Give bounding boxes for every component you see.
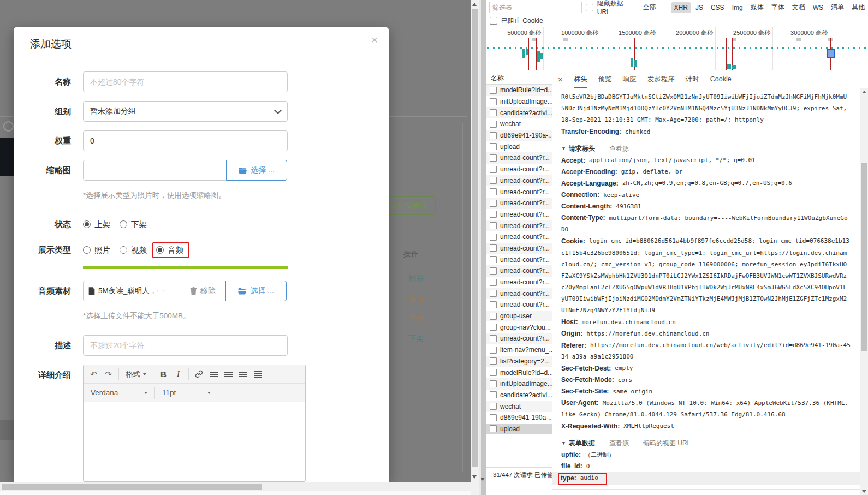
audio-remove-button[interactable]: 移除 [180,281,226,301]
detail-tab[interactable]: 计时 [686,70,699,88]
horizontal-scrollbar-thumb[interactable] [2,484,262,490]
filter-type-pill[interactable]: 其他 [848,1,868,14]
format-dropdown[interactable]: 格式 [122,367,150,381]
align-center-icon[interactable] [221,367,236,381]
filter-type-pill[interactable]: CSS [708,2,728,13]
redo-icon[interactable]: ↷ [101,367,116,381]
view-source-link[interactable]: 查看源 [609,144,629,153]
request-row[interactable]: d869e941-190a-... [486,130,552,141]
weight-input[interactable] [83,130,288,151]
detail-tab[interactable]: Cookie [710,70,732,88]
description-input[interactable] [83,335,288,356]
triangle-collapse-icon[interactable]: ▼ [561,146,566,151]
table-action-link[interactable]: 查看 [408,314,424,326]
request-checkbox[interactable] [490,188,497,195]
filter-type-pill[interactable]: XHR [671,2,691,13]
request-row[interactable]: upload [486,141,552,152]
horizontal-scrollbar[interactable] [0,482,471,491]
request-row[interactable]: upload [486,424,552,435]
close-icon[interactable]: × [371,34,378,46]
request-row[interactable]: unread-count?r... [486,288,552,299]
request-row[interactable]: unread-count?r... [486,333,552,344]
radio-option[interactable]: 照片 [83,245,110,255]
request-row[interactable]: unread-count?r... [486,231,552,243]
request-checkbox[interactable] [490,380,497,387]
table-action-link[interactable]: 下架 [408,334,424,347]
link-icon[interactable] [192,367,206,381]
request-row[interactable]: unread-count?r... [486,198,552,209]
detail-tab[interactable]: 标头 [574,70,587,88]
font-size-dropdown[interactable]: 11pt [158,386,215,400]
align-right-icon[interactable] [236,367,251,381]
request-row[interactable]: d869e941-190a-... [486,412,552,424]
request-row[interactable]: unread-count?r... [486,175,552,187]
request-row[interactable]: unread-count?r... [486,186,552,198]
filter-type-pill[interactable]: WS [810,2,827,13]
close-icon[interactable]: × [558,75,563,84]
bold-button[interactable]: B [156,367,171,381]
request-checkbox[interactable] [490,109,497,116]
detail-tab[interactable]: 响应 [623,70,637,88]
thumbnail-input[interactable] [83,160,227,181]
request-checkbox[interactable] [490,177,497,184]
request-row[interactable]: item-nav?menu_... [486,344,552,356]
request-checkbox[interactable] [490,301,497,308]
vertical-scrollbar-thumb[interactable] [472,9,478,467]
italic-button[interactable]: I [171,367,186,381]
request-row[interactable]: unread-count?r... [486,265,552,277]
scroll-down-arrow-icon[interactable] [862,490,866,493]
request-row[interactable]: unread-count?r... [486,243,552,254]
request-row[interactable]: unread-count?r... [486,220,552,231]
view-source-link[interactable]: 查看源 [609,439,629,448]
request-checkbox[interactable] [490,403,497,410]
request-checkbox[interactable] [490,121,497,128]
request-list-header[interactable]: 名称 [486,70,552,85]
request-checkbox[interactable] [490,347,497,354]
filter-type-pill[interactable]: JS [692,2,706,13]
devtools-splitter[interactable] [479,0,486,495]
request-checkbox[interactable] [490,369,497,376]
request-checkbox[interactable] [490,132,497,139]
request-checkbox[interactable] [490,290,497,297]
add-vote-item-button[interactable]: 添加投票项 [381,196,436,215]
request-checkbox[interactable] [490,222,497,229]
hide-data-urls-label[interactable]: 隐藏数据 URL [597,0,636,16]
request-checkbox[interactable] [490,234,497,241]
radio-option[interactable]: 下架 [120,219,147,230]
request-row[interactable]: wechat [486,401,552,412]
network-overview-timeline[interactable]: 500000 毫秒1000000 毫秒1500000 毫秒2000000 毫秒2… [486,27,868,70]
detail-scrollbar[interactable] [860,88,868,495]
request-checkbox[interactable] [490,425,497,432]
request-checkbox[interactable] [490,414,497,421]
blocked-cookies-checkbox[interactable] [490,17,497,25]
radio-option[interactable]: 音频 [152,242,189,258]
font-family-dropdown[interactable]: Verdana [86,386,152,400]
hide-data-urls-checkbox[interactable] [586,4,593,11]
vertical-scrollbar[interactable] [471,0,479,495]
request-checkbox[interactable] [490,143,497,150]
radio-option[interactable]: 上架 [83,219,110,230]
request-checkbox[interactable] [490,87,497,94]
filter-type-pill[interactable]: 媒体 [747,1,767,14]
request-checkbox[interactable] [490,335,497,342]
request-row[interactable]: unread-count?r... [486,209,552,220]
scroll-down-arrow-icon[interactable] [472,475,477,479]
request-row[interactable]: unread-count?r... [486,254,552,265]
detail-scrollbar-thumb[interactable] [861,163,867,351]
view-url-encoded-link[interactable]: 编码的视图 URL [643,439,691,448]
request-row[interactable]: modelRule?id=d... [486,85,552,96]
request-row[interactable]: initUploadImage... [486,96,552,108]
request-checkbox[interactable] [490,267,497,275]
justify-icon[interactable] [251,367,265,381]
filter-type-pill[interactable]: 文档 [789,1,808,14]
request-checkbox[interactable] [490,313,497,320]
request-checkbox[interactable] [490,279,497,286]
editor-content-area[interactable] [84,402,305,481]
align-left-icon[interactable] [206,367,221,381]
filter-all-pill[interactable]: 全部 [640,1,659,14]
request-checkbox[interactable] [490,391,497,398]
scroll-up-arrow-icon[interactable] [472,3,477,6]
request-checkbox[interactable] [490,256,497,263]
table-action-link[interactable]: 编辑 [408,294,424,306]
request-checkbox[interactable] [490,200,497,207]
